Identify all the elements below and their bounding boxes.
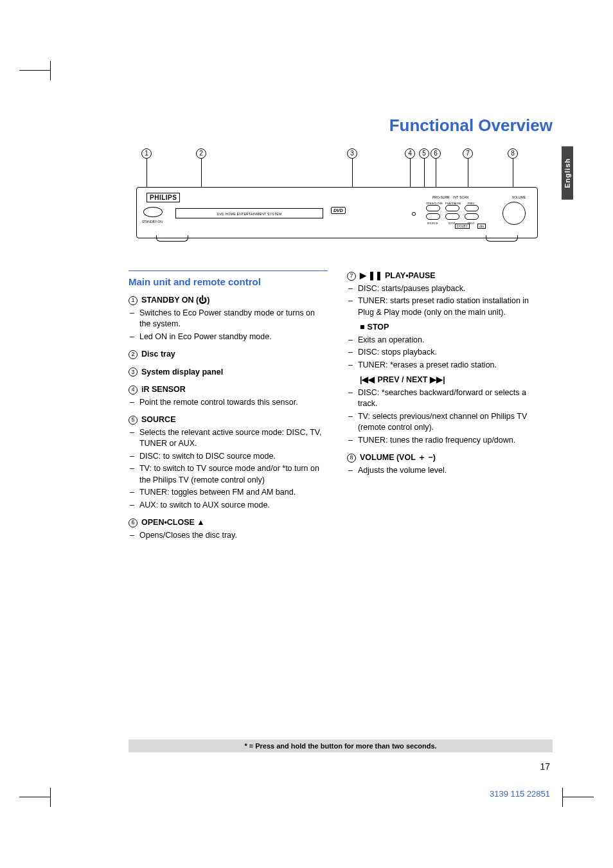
crop-mark-bottom-right bbox=[555, 788, 594, 807]
bullet: TV: selects previous/next channel on Phi… bbox=[347, 411, 546, 434]
item-4: 4 iR SENSOR Point the remote control tow… bbox=[129, 384, 328, 408]
item-head: 4 iR SENSOR bbox=[129, 384, 328, 396]
callout-6: 6 bbox=[431, 148, 441, 159]
item-title: OPEN•CLOSE ▲ bbox=[141, 517, 205, 529]
document-number: 3139 115 22851 bbox=[490, 789, 550, 799]
callout-5: 5 bbox=[419, 148, 429, 159]
volume-label: VOLUME bbox=[512, 195, 526, 199]
bullet: DISC: *searches backward/forward or sele… bbox=[347, 387, 546, 410]
callout-line bbox=[352, 159, 353, 190]
standby-label: STANDBY-ON bbox=[142, 220, 163, 224]
callout-8: 8 bbox=[508, 148, 518, 159]
brand-logo: PHILIPS bbox=[147, 193, 180, 202]
left-column: Main unit and remote control 1 STANDBY O… bbox=[129, 270, 328, 547]
item-title: Disc tray bbox=[141, 349, 175, 360]
bullet: AUX: to switch to AUX source mode. bbox=[129, 500, 328, 511]
sub-head-text: PREV / NEXT bbox=[378, 375, 428, 386]
item-head: 7 ▶ ❚❚ PLAY•PAUSE bbox=[347, 270, 546, 282]
callout-number: 1 bbox=[129, 296, 138, 305]
bullet: Adjusts the volume level. bbox=[347, 465, 546, 477]
bullet: Point the remote control towards this se… bbox=[129, 397, 328, 409]
label-intscan: INT. SCAN bbox=[453, 195, 468, 199]
item-6: 6 OPEN•CLOSE ▲ Opens/Closes the disc tra… bbox=[129, 517, 328, 541]
callout-3: 3 bbox=[347, 148, 357, 159]
callout-row: 1 2 3 4 5 6 7 8 bbox=[129, 148, 546, 168]
item-5: 5 SOURCE Selects the relevant active sou… bbox=[129, 414, 328, 511]
btn-openclose bbox=[426, 205, 440, 211]
button-cluster-1: OPEN/CLOSE SOURCE bbox=[426, 202, 439, 225]
callout-number: 7 bbox=[347, 272, 356, 281]
device-foot-left bbox=[156, 235, 188, 242]
bullet-list: Point the remote control towards this se… bbox=[129, 397, 328, 409]
btn-playpause bbox=[445, 205, 459, 211]
bullet: DISC: starts/pauses playback. bbox=[347, 283, 546, 295]
power-icon: ⏻ bbox=[199, 296, 207, 305]
sub-head-stop: ■ STOP bbox=[360, 322, 546, 333]
callout-number: 5 bbox=[129, 416, 138, 425]
callout-number: 4 bbox=[129, 385, 138, 394]
bullet: Led ON in Eco Power standby mode. bbox=[129, 332, 328, 343]
page-content: Functional Overview English 1 2 3 4 5 6 … bbox=[129, 116, 553, 547]
standby-button-graphic bbox=[143, 207, 163, 217]
language-tab: English bbox=[562, 146, 573, 200]
callout-7: 7 bbox=[463, 148, 473, 159]
btn-label-source: SOURCE bbox=[426, 222, 439, 225]
item-title: VOLUME (VOL ＋ −) bbox=[360, 452, 436, 464]
footnote: * = Press and hold the button for more t… bbox=[129, 740, 553, 752]
bullet: TUNER: tunes the radio frequency up/down… bbox=[347, 435, 546, 447]
callout-number: 2 bbox=[129, 350, 138, 359]
item-3: 3 System display panel bbox=[129, 367, 328, 378]
callout-4: 4 bbox=[405, 148, 415, 159]
item-1: 1 STANDBY ON (⏻) Switches to Eco Power s… bbox=[129, 295, 328, 342]
bullet: TV: to switch to TV source mode and/or *… bbox=[129, 463, 328, 486]
btn-label-openclose: OPEN/CLOSE bbox=[426, 202, 439, 205]
page-number: 17 bbox=[540, 761, 550, 772]
bullet: Opens/Closes the disc tray. bbox=[129, 530, 328, 542]
callout-number: 8 bbox=[347, 454, 356, 463]
callout-2: 2 bbox=[196, 148, 206, 159]
bullet-list: Opens/Closes the disc tray. bbox=[129, 530, 328, 542]
button-cluster-2: PLAY/PAUSE STOP bbox=[445, 202, 458, 225]
btn-prev bbox=[465, 205, 479, 211]
bullet: TUNER: *erases a preset radio station. bbox=[347, 360, 546, 371]
sub-head-text: STOP bbox=[368, 322, 389, 333]
callout-number: 6 bbox=[129, 518, 138, 527]
dvd-logo: DVD bbox=[331, 207, 346, 214]
bullet-list: Switches to Eco Power standby mode or tu… bbox=[129, 308, 328, 343]
sub-head-prevnext: |◀◀ PREV / NEXT ▶▶| bbox=[360, 375, 546, 386]
eject-icon: ▲ bbox=[197, 518, 204, 527]
item-title: iR SENSOR bbox=[141, 384, 186, 396]
button-cluster-3: PREV NEXT bbox=[465, 202, 477, 225]
bullet-list: Adjusts the volume level. bbox=[347, 465, 546, 477]
item-title: System display panel bbox=[141, 367, 223, 378]
dolby-badge: DOLBY bbox=[455, 224, 470, 229]
item-title: ▶ ❚❚ PLAY•PAUSE bbox=[360, 270, 436, 282]
item-head: 3 System display panel bbox=[129, 367, 328, 378]
bullet: DISC: stops playback. bbox=[347, 347, 546, 359]
item-head: 1 STANDBY ON (⏻) bbox=[129, 295, 328, 306]
btn-next bbox=[465, 213, 479, 220]
item-head: 8 VOLUME (VOL ＋ −) bbox=[347, 452, 546, 464]
item-8: 8 VOLUME (VOL ＋ −) Adjusts the volume le… bbox=[347, 452, 546, 476]
display-panel-graphic: DVD HOME ENTERTAINMENT SYSTEM bbox=[175, 208, 323, 218]
bullet: TUNER: starts preset radio station insta… bbox=[347, 296, 546, 318]
volume-knob-graphic bbox=[502, 202, 526, 225]
btn-stop bbox=[445, 213, 459, 220]
btn-source bbox=[426, 213, 440, 220]
bullet-list: DISC: *searches backward/forward or sele… bbox=[347, 387, 546, 447]
bullet: Switches to Eco Power standby mode or tu… bbox=[129, 308, 328, 330]
device-body: PHILIPS STANDBY-ON DVD HOME ENTERTAINMEN… bbox=[136, 187, 538, 238]
bullet-list: DISC: starts/pauses playback. TUNER: sta… bbox=[347, 283, 546, 319]
item-title: SOURCE bbox=[141, 414, 175, 426]
crop-mark-bottom-left bbox=[19, 788, 58, 807]
label-prosurr: PRO-SURR bbox=[432, 195, 450, 199]
page-title: Functional Overview bbox=[129, 116, 553, 136]
crop-mark-top-left bbox=[19, 61, 58, 80]
bullet: Selects the relevant active source mode:… bbox=[129, 427, 328, 450]
item-head: 2 Disc tray bbox=[129, 349, 328, 360]
section-header: Main unit and remote control bbox=[129, 270, 328, 288]
bullet-list: Exits an operation. DISC: stops playback… bbox=[347, 335, 546, 371]
callout-number: 3 bbox=[129, 368, 138, 376]
bullet: Exits an operation. bbox=[347, 335, 546, 346]
plus-minus-icon: ＋ − bbox=[418, 453, 433, 462]
